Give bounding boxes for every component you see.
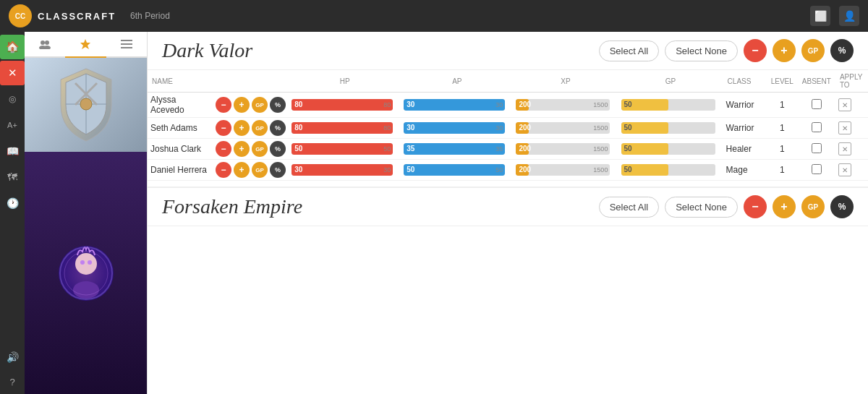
svg-point-2 xyxy=(41,40,45,45)
table-row: Joshua Clark − + GP % 50 50 xyxy=(148,139,868,160)
team2-name: Forsaken Empire xyxy=(162,195,599,218)
team2-section: Forsaken Empire Select All Select None −… xyxy=(148,187,868,226)
col-header-actions xyxy=(213,70,289,93)
member-minus-btn[interactable]: − xyxy=(216,162,231,178)
sidebar-home[interactable]: 🏠 xyxy=(0,35,25,59)
ap-bar-container: 30 30 xyxy=(404,122,510,134)
svg-rect-8 xyxy=(121,43,132,45)
xp-value: 200 xyxy=(519,99,531,111)
absent-checkbox[interactable] xyxy=(812,143,822,153)
members-table-1: NAME HP AP XP GP CLASS LEVEL ABSENT APPL… xyxy=(148,70,868,181)
hp-max: 50 xyxy=(383,143,391,155)
team1-select-all[interactable]: Select All xyxy=(599,40,659,61)
team2-plus-btn[interactable]: + xyxy=(773,195,796,218)
xp-bar: 200 1500 xyxy=(516,143,610,155)
ap-fill xyxy=(404,99,505,111)
team-panel xyxy=(25,32,148,394)
member-percent-btn[interactable]: % xyxy=(270,120,286,136)
member-plus-btn[interactable]: + xyxy=(234,120,250,136)
period-label: 6th Period xyxy=(130,11,170,21)
member-minus-btn[interactable]: − xyxy=(216,141,231,157)
apply-x-btn[interactable]: ✕ xyxy=(838,142,851,155)
absent-checkbox[interactable] xyxy=(812,122,822,132)
gp-value: 50 xyxy=(624,164,632,176)
team1-percent-btn[interactable]: % xyxy=(830,39,854,62)
sidebar-close[interactable]: ✕ xyxy=(0,61,25,85)
member-percent-btn[interactable]: % xyxy=(270,162,286,178)
team2-select-none[interactable]: Select None xyxy=(665,197,738,218)
team1-minus-btn[interactable]: − xyxy=(744,39,767,62)
member-gp-btn[interactable]: GP xyxy=(252,120,268,136)
member-gp-btn[interactable]: GP xyxy=(252,97,268,113)
apply-x-btn[interactable]: ✕ xyxy=(838,163,851,176)
member-percent-btn[interactable]: % xyxy=(270,97,286,113)
absent-checkbox[interactable] xyxy=(812,164,822,174)
member-name: Daniel Herrera xyxy=(150,165,207,175)
xp-bar-container: 200 1500 xyxy=(516,122,615,134)
team2-select-all[interactable]: Select All xyxy=(599,197,659,218)
member-level: 1 xyxy=(780,100,785,110)
member-class: Warrior xyxy=(726,100,754,110)
member-gp-btn[interactable]: GP xyxy=(252,162,268,178)
sidebar-book[interactable]: 📖 xyxy=(0,139,25,163)
team1-select-none[interactable]: Select None xyxy=(665,40,738,61)
member-percent-btn[interactable]: % xyxy=(270,141,286,157)
apply-x-btn[interactable]: ✕ xyxy=(838,98,851,111)
hp-bar-container: 30 30 xyxy=(292,164,398,176)
team2-image xyxy=(25,152,147,394)
col-header-ap: AP xyxy=(401,70,513,93)
gp-bar: 50 xyxy=(621,143,715,155)
absent-checkbox[interactable] xyxy=(812,99,822,109)
team1-gp-btn[interactable]: GP xyxy=(801,39,825,62)
apply-x-btn[interactable]: ✕ xyxy=(838,121,851,134)
member-plus-btn[interactable]: + xyxy=(234,162,250,178)
col-header-name: NAME xyxy=(148,70,213,93)
tab-list[interactable] xyxy=(106,32,147,58)
sidebar-help[interactable]: ? xyxy=(0,369,25,394)
col-header-class: CLASS xyxy=(723,70,767,93)
team2-minus-btn[interactable]: − xyxy=(744,195,767,218)
xp-bar: 200 1500 xyxy=(516,99,610,111)
member-actions: − + GP % xyxy=(216,120,286,136)
team2-gp-btn[interactable]: GP xyxy=(801,195,825,218)
sidebar-circles[interactable]: ◎ xyxy=(0,87,25,111)
ap-value: 50 xyxy=(407,164,414,176)
hp-fill xyxy=(292,143,393,155)
top-bar: CC CLASSCRAFT 6th Period ⬜ 👤 xyxy=(0,0,868,32)
member-minus-btn[interactable]: − xyxy=(216,97,231,113)
member-name: Seth Adams xyxy=(150,123,197,133)
sidebar-grade[interactable]: A+ xyxy=(0,113,25,137)
ap-max: 50 xyxy=(495,164,503,176)
svg-rect-9 xyxy=(121,47,132,48)
tab-teams[interactable] xyxy=(65,32,106,58)
xp-bar-container: 200 1500 xyxy=(516,143,615,155)
team2-header: Forsaken Empire Select All Select None −… xyxy=(148,188,868,226)
svg-rect-7 xyxy=(121,40,132,41)
team2-percent-btn[interactable]: % xyxy=(830,195,854,218)
hp-fill xyxy=(292,99,393,111)
member-plus-btn[interactable]: + xyxy=(234,97,250,113)
xp-value: 200 xyxy=(519,143,531,155)
sidebar: 🏠 ✕ ◎ A+ 📖 🗺 🕐 🔊 ? xyxy=(0,32,25,394)
user-button[interactable]: 👤 xyxy=(839,6,859,26)
team1-plus-btn[interactable]: + xyxy=(773,39,796,62)
sidebar-clock[interactable]: 🕐 xyxy=(0,191,25,215)
sidebar-map[interactable]: 🗺 xyxy=(0,165,25,189)
tab-members[interactable] xyxy=(25,32,65,58)
ap-bar: 50 50 xyxy=(404,164,505,176)
team1-section: Dark Valor Select All Select None − + GP… xyxy=(148,32,868,181)
gp-value: 50 xyxy=(624,122,632,134)
screen-button[interactable]: ⬜ xyxy=(810,6,830,26)
member-gp-btn[interactable]: GP xyxy=(252,141,268,157)
svg-marker-6 xyxy=(80,39,90,49)
hp-bar-container: 80 80 xyxy=(292,122,398,134)
xp-bar: 200 1500 xyxy=(516,122,610,134)
gp-bar: 50 xyxy=(621,99,715,111)
xp-bar-container: 200 1500 xyxy=(516,164,615,176)
col-header-absent: ABSENT xyxy=(798,70,835,93)
team1-header: Dark Valor Select All Select None − + GP… xyxy=(148,32,868,70)
member-minus-btn[interactable]: − xyxy=(216,120,231,136)
sidebar-sound[interactable]: 🔊 xyxy=(0,345,25,369)
member-plus-btn[interactable]: + xyxy=(234,141,250,157)
team1-name: Dark Valor xyxy=(162,39,599,62)
